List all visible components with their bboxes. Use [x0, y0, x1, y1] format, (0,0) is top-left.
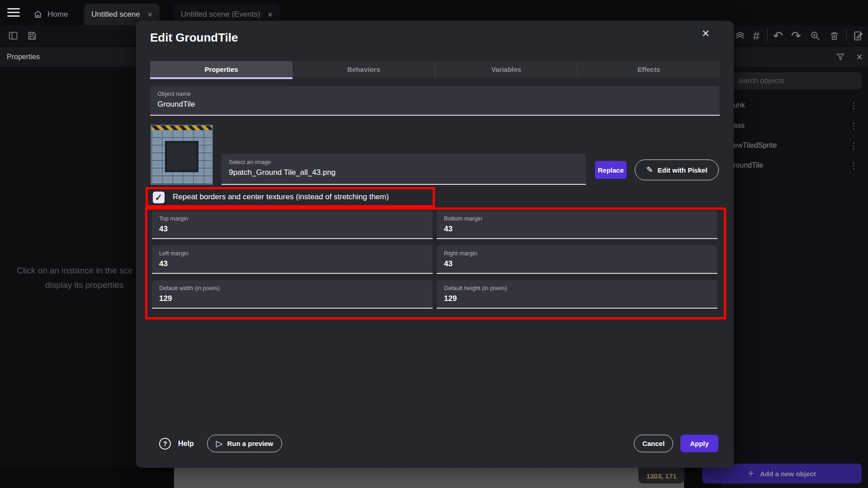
help-label: Help [178, 440, 194, 448]
field-value: 43 [444, 259, 717, 268]
zoom-in-icon[interactable] [809, 30, 821, 42]
field-value: 129 [444, 294, 717, 303]
pencil-icon: ✎ [646, 165, 653, 175]
object-name-label: Object name [157, 90, 720, 97]
object-name-value: GroundTile [157, 100, 720, 109]
toggle-panels-icon[interactable] [7, 30, 19, 42]
dialog-close-icon[interactable]: × [697, 24, 715, 42]
run-preview-label: Run a preview [227, 440, 273, 447]
image-file-field[interactable]: Select an image 9patch_Ground Tile_all_4… [222, 154, 586, 185]
close-tab-icon[interactable]: × [147, 9, 153, 20]
search-objects-input[interactable]: earch objects [727, 72, 862, 89]
object-menu-icon[interactable]: ⋮ [849, 160, 858, 171]
redo-icon[interactable]: ↷ [790, 30, 802, 42]
repeat-borders-checkbox[interactable]: ✓ [153, 192, 165, 203]
field-value: 129 [159, 294, 433, 303]
active-tab-underline [150, 77, 292, 79]
empty-selection-hint-line2: display its properties [45, 280, 123, 290]
field-value: 43 [159, 225, 433, 234]
cancel-button[interactable]: Cancel [634, 435, 673, 452]
top-margin-field[interactable]: Top margin 43 [152, 211, 433, 239]
tab-label: Variables [491, 66, 521, 73]
object-row[interactable]: ass ⋮ [722, 116, 868, 136]
replace-label: Replace [598, 166, 624, 174]
object-thumbnail-image[interactable] [151, 125, 213, 185]
tab-properties[interactable]: Properties [150, 61, 292, 77]
checkmark-icon: ✓ [155, 192, 163, 203]
question-mark-icon: ? [159, 438, 171, 450]
tab-home-label: Home [47, 10, 68, 19]
object-row[interactable]: unk ⋮ [722, 95, 868, 115]
object-row[interactable]: ewTiledSprite ⋮ [722, 136, 868, 155]
tab-events-label: Untitled scene (Events) [181, 10, 260, 19]
left-margin-field[interactable]: Left margin 43 [152, 245, 433, 274]
apply-button[interactable]: Apply [680, 435, 718, 452]
grid-icon[interactable]: # [750, 30, 762, 42]
field-label: Default width (in pixels) [159, 285, 433, 291]
field-value: 43 [159, 259, 433, 268]
tab-label: Properties [204, 66, 238, 73]
close-panel-icon[interactable]: × [854, 51, 865, 63]
close-tab-icon[interactable]: × [268, 9, 273, 20]
run-preview-button[interactable]: ▷ Run a preview [207, 435, 282, 452]
thumbnail-hazard-stripe [151, 126, 212, 130]
object-name: unk [733, 101, 745, 109]
tab-scene-label: Untitled scene [91, 10, 140, 19]
field-label: Bottom margin [444, 215, 717, 222]
replace-button[interactable]: Replace [595, 161, 627, 179]
default-width-field[interactable]: Default width (in pixels) 129 [152, 280, 433, 309]
tab-label: Behaviors [347, 66, 380, 73]
search-placeholder: earch objects [739, 76, 784, 85]
object-menu-icon[interactable]: ⋮ [849, 100, 858, 111]
objects-panel-header: × [722, 47, 868, 67]
object-menu-icon[interactable]: ⋮ [849, 141, 858, 151]
bottom-margin-field[interactable]: Bottom margin 43 [437, 211, 717, 239]
play-icon: ▷ [216, 438, 223, 449]
save-icon[interactable] [26, 30, 38, 42]
tab-effects[interactable]: Effects [577, 61, 720, 77]
field-label: Left margin [159, 250, 433, 257]
tab-variables[interactable]: Variables [435, 61, 577, 77]
help-button[interactable]: ? Help [159, 435, 194, 452]
object-name: ewTiledSprite [733, 141, 777, 150]
object-row[interactable]: roundTile ⋮ [722, 155, 868, 175]
layers-icon[interactable] [734, 30, 746, 42]
tab-label: Effects [637, 66, 660, 73]
field-label: Right margin [444, 250, 717, 257]
toolbar-divider [846, 29, 847, 42]
field-value: 43 [444, 225, 717, 234]
empty-selection-hint-line1: Click on an instance in the sce [17, 266, 133, 276]
repeat-borders-label: Repeat borders and center textures (inst… [173, 192, 389, 202]
filter-icon[interactable] [835, 51, 846, 63]
dialog-title: Edit GroundTile [150, 31, 238, 45]
default-height-field[interactable]: Default height (in pixels) 129 [437, 280, 717, 309]
scene-canvas[interactable] [174, 468, 684, 488]
objects-panel: × earch objects unk ⋮ ass ⋮ ewTiledSprit… [722, 45, 868, 488]
object-name: roundTile [733, 161, 763, 169]
tab-behaviors[interactable]: Behaviors [292, 61, 435, 77]
edit-object-dialog: Edit GroundTile × Properties Behaviors V… [136, 21, 734, 468]
edit-with-piskel-label: Edit with Piskel [658, 166, 708, 174]
field-label: Default height (in pixels) [444, 285, 717, 291]
hamburger-menu-icon[interactable] [7, 8, 20, 17]
right-margin-field[interactable]: Right margin 43 [437, 245, 717, 274]
scene-editor-notebook-icon[interactable] [852, 30, 863, 42]
trash-icon[interactable] [828, 30, 840, 42]
object-name: ass [733, 122, 745, 130]
toolbar-divider [767, 29, 768, 42]
edit-with-piskel-button[interactable]: ✎ Edit with Piskel [635, 160, 719, 180]
undo-icon[interactable]: ↶ [772, 30, 784, 42]
image-file-label: Select an image [229, 159, 586, 165]
apply-label: Apply [690, 440, 709, 447]
field-label: Top margin [159, 215, 433, 222]
image-file-value: 9patch_Ground Tile_all_43.png [229, 168, 586, 177]
home-icon [33, 9, 43, 19]
thumbnail-center [165, 141, 198, 172]
properties-panel-title: Properties [7, 53, 40, 61]
tab-home[interactable]: Home [26, 4, 75, 25]
app-window: Home Untitled scene × Untitled scene (Ev… [0, 0, 868, 488]
object-name-field[interactable]: Object name GroundTile [150, 86, 720, 116]
cancel-label: Cancel [642, 440, 665, 447]
add-new-object-label: Add a new object [760, 470, 816, 478]
object-menu-icon[interactable]: ⋮ [849, 121, 858, 131]
